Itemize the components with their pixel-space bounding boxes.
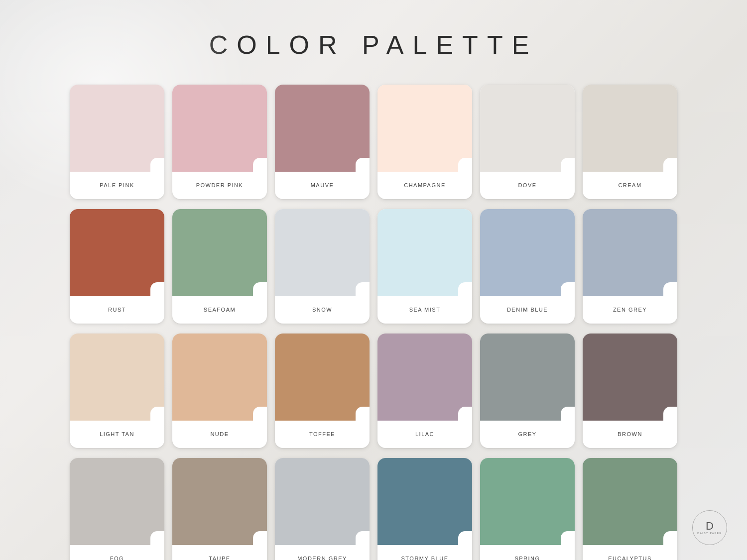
- swatch-label-eucalyptus: EUCALYPTUS: [583, 545, 677, 560]
- color-block-mauve: [275, 85, 370, 172]
- swatch-label-sea-mist: SEA MIST: [377, 296, 472, 324]
- logo-text: DAISY PAPER: [697, 532, 722, 535]
- swatch-label-pale-pink: PALE PINK: [70, 172, 164, 199]
- swatch-nude[interactable]: NUDE: [172, 334, 267, 448]
- swatch-label-fog: FOG: [70, 545, 164, 560]
- swatch-label-light-tan: LIGHT TAN: [70, 421, 164, 448]
- color-block-fog: [70, 458, 164, 545]
- swatch-snow[interactable]: SNOW: [275, 209, 370, 324]
- swatch-eucalyptus[interactable]: EUCALYPTUS: [583, 458, 677, 560]
- swatch-label-toffee: TOFFEE: [275, 421, 370, 448]
- swatch-label-stormy-blue: STORMY BLUE: [377, 545, 472, 560]
- swatch-label-rust: RUST: [70, 296, 164, 324]
- swatch-taupe[interactable]: TAUPE: [172, 458, 267, 560]
- color-block-lilac: [377, 334, 472, 421]
- color-block-zen-grey: [583, 209, 677, 296]
- page-title: COLOR PALETTE: [209, 30, 538, 60]
- swatch-label-nude: NUDE: [172, 421, 267, 448]
- swatch-cream[interactable]: CREAM: [583, 85, 677, 199]
- swatch-zen-grey[interactable]: ZEN GREY: [583, 209, 677, 324]
- swatch-label-mauve: MAUVE: [275, 172, 370, 199]
- swatch-label-dove: DOVE: [480, 172, 575, 199]
- swatch-powder-pink[interactable]: POWDER PINK: [172, 85, 267, 199]
- swatch-sea-mist[interactable]: SEA MIST: [377, 209, 472, 324]
- color-block-eucalyptus: [583, 458, 677, 545]
- color-block-light-tan: [70, 334, 164, 421]
- swatch-light-tan[interactable]: LIGHT TAN: [70, 334, 164, 448]
- color-block-powder-pink: [172, 85, 267, 172]
- swatch-label-snow: SNOW: [275, 296, 370, 324]
- swatch-label-seafoam: SEAFOAM: [172, 296, 267, 324]
- swatch-rust[interactable]: RUST: [70, 209, 164, 324]
- swatch-pale-pink[interactable]: PALE PINK: [70, 85, 164, 199]
- swatch-label-brown: BROWN: [583, 421, 677, 448]
- logo: D DAISY PAPER: [692, 510, 727, 545]
- color-block-seafoam: [172, 209, 267, 296]
- swatch-label-powder-pink: POWDER PINK: [172, 172, 267, 199]
- color-block-grey: [480, 334, 575, 421]
- swatch-label-taupe: TAUPE: [172, 545, 267, 560]
- swatch-fog[interactable]: FOG: [70, 458, 164, 560]
- logo-letter: D: [706, 521, 714, 532]
- swatch-toffee[interactable]: TOFFEE: [275, 334, 370, 448]
- swatch-seafoam[interactable]: SEAFOAM: [172, 209, 267, 324]
- color-block-dove: [480, 85, 575, 172]
- color-block-brown: [583, 334, 677, 421]
- swatch-label-spring: SPRING: [480, 545, 575, 560]
- swatch-stormy-blue[interactable]: STORMY BLUE: [377, 458, 472, 560]
- swatch-label-grey: GREY: [480, 421, 575, 448]
- swatch-grey[interactable]: GREY: [480, 334, 575, 448]
- swatch-label-cream: CREAM: [583, 172, 677, 199]
- color-block-nude: [172, 334, 267, 421]
- swatch-label-denim-blue: DENIM BLUE: [480, 296, 575, 324]
- swatch-label-zen-grey: ZEN GREY: [583, 296, 677, 324]
- color-block-spring: [480, 458, 575, 545]
- color-block-toffee: [275, 334, 370, 421]
- swatch-modern-grey[interactable]: MODERN GREY: [275, 458, 370, 560]
- swatch-label-champagne: CHAMPAGNE: [377, 172, 472, 199]
- color-block-snow: [275, 209, 370, 296]
- swatch-spring[interactable]: SPRING: [480, 458, 575, 560]
- swatch-lilac[interactable]: LILAC: [377, 334, 472, 448]
- swatch-label-modern-grey: MODERN GREY: [275, 545, 370, 560]
- color-block-cream: [583, 85, 677, 172]
- swatch-brown[interactable]: BROWN: [583, 334, 677, 448]
- color-block-taupe: [172, 458, 267, 545]
- palette-grid: PALE PINKPOWDER PINKMAUVECHAMPAGNEDOVECR…: [50, 85, 697, 560]
- swatch-champagne[interactable]: CHAMPAGNE: [377, 85, 472, 199]
- color-block-stormy-blue: [377, 458, 472, 545]
- color-block-denim-blue: [480, 209, 575, 296]
- color-block-rust: [70, 209, 164, 296]
- swatch-dove[interactable]: DOVE: [480, 85, 575, 199]
- swatch-denim-blue[interactable]: DENIM BLUE: [480, 209, 575, 324]
- color-block-sea-mist: [377, 209, 472, 296]
- color-block-champagne: [377, 85, 472, 172]
- swatch-label-lilac: LILAC: [377, 421, 472, 448]
- color-block-modern-grey: [275, 458, 370, 545]
- color-block-pale-pink: [70, 85, 164, 172]
- swatch-mauve[interactable]: MAUVE: [275, 85, 370, 199]
